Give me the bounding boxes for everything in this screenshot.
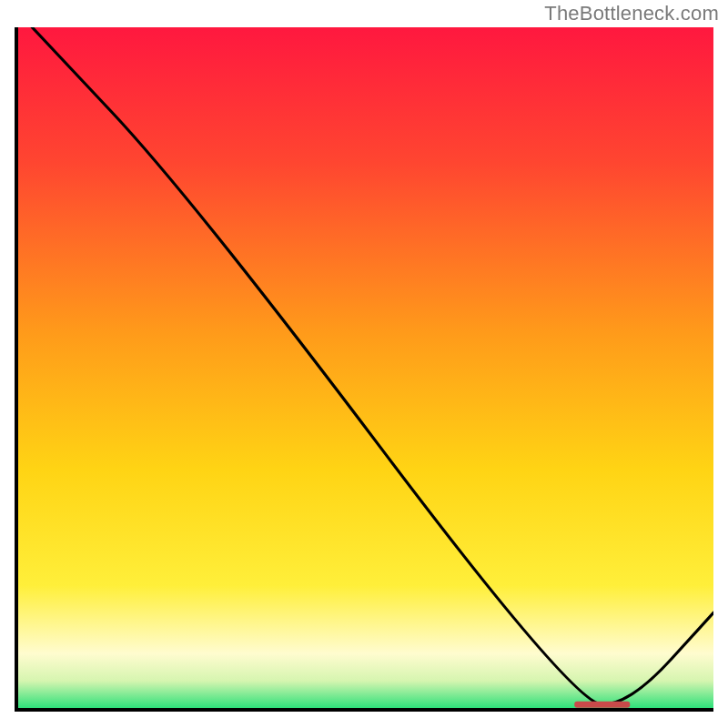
watermark-text: TheBottleneck.com bbox=[544, 2, 719, 25]
plot-svg bbox=[18, 27, 713, 708]
gradient-background bbox=[18, 27, 713, 708]
chart-container: TheBottleneck.com bbox=[0, 0, 728, 728]
plot-frame bbox=[15, 27, 713, 712]
minimum-marker bbox=[574, 702, 630, 708]
